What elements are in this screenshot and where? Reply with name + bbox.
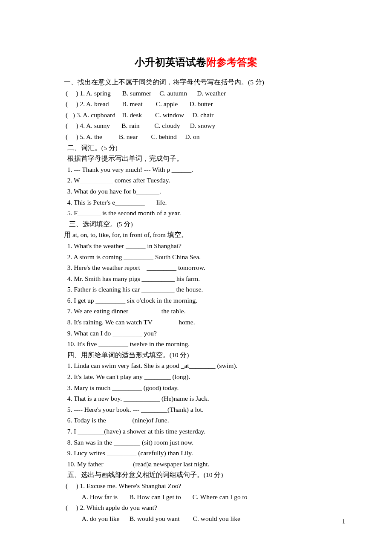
section-5-heading: 五、选出与画线部分意义相近的词组或句子。(10 分): [64, 469, 328, 480]
q5-1-options: A. How far is B. How can I get to C. Whe…: [64, 491, 328, 503]
q3-10: 10. It's five _________ twelve in the mo…: [64, 338, 328, 350]
q5-1: ( ) 1. Excuse me. Where's Shanghai Zoo?: [64, 480, 328, 491]
q3-1: 1. What's the weather ______ in Shanghai…: [64, 240, 328, 251]
q1-5: ( ) 5. A. the B. near C. behind D. on: [64, 131, 328, 142]
q3-4: 4. Mr. Smith has many pigs __________ hi…: [64, 273, 328, 284]
q4-6: 6. Today is the _______ (nine)of June.: [64, 415, 328, 426]
q2-3: 3. What do you have for b_______.: [64, 186, 328, 197]
q2-2: 2. W__________ comes after Tuesday.: [64, 175, 328, 186]
q5-2: ( ) 2. Which apple do you want?: [64, 502, 328, 513]
q4-9: 9. Lucy writes _________ (carefully) tha…: [64, 448, 328, 459]
section-2-heading: 二、词汇。(5 分): [64, 142, 328, 153]
q2-5: 5. F_______ is the second month of a yea…: [64, 208, 328, 219]
section-4-heading: 四、用所给单词的适当形式填空。(10 分): [64, 350, 328, 361]
q1-1: ( ) 1. A. spring B. summer C. autumn D. …: [64, 88, 328, 99]
section-2-instruction: 根据首字母提示写出单词，完成句子。: [64, 153, 328, 164]
q3-2: 2. A storm is coming _________ South Chi…: [64, 251, 328, 263]
section-1-heading: 一、找出在意义上不属于同类的词，将字母代号写在括号内。(5 分): [64, 77, 328, 88]
q4-8: 8. San was in the ________ (sit) room ju…: [64, 437, 328, 448]
q4-2: 2. It's late. We can't play any ________…: [64, 371, 328, 382]
q4-5: 5. ---- Here's your book. --- ________(T…: [64, 404, 328, 415]
q1-4: ( ) 4. A. sunny B. rain C. cloudy D. sno…: [64, 120, 328, 131]
q2-4: 4. This is Peter's e_________ life.: [64, 197, 328, 208]
q5-2-options: A. do you like B. would you want C. woul…: [64, 513, 328, 524]
title-answer-key: 附参考答案: [206, 57, 257, 68]
q4-10: 10. My father ________ (read)a newspaper…: [64, 459, 328, 470]
q4-7: 7. I ________(have) a shower at this tim…: [64, 426, 328, 437]
q3-8: 8. It's raining. We can watch TV _______…: [64, 317, 328, 328]
q3-5: 5. Father is cleaning his car __________…: [64, 284, 328, 295]
q4-4: 4. That is a new boy. ___________ (He)na…: [64, 393, 328, 404]
q1-3: ( ) 3. A. cupboard B. desk C. window D. …: [64, 110, 328, 121]
q3-9: 9. What can I do _________ you?: [64, 328, 328, 339]
q1-2: ( ) 2. A. bread B. meat C. apple D. butt…: [64, 98, 328, 110]
section-3-instruction: 用 at, on, to, like, for, in front of, fr…: [64, 229, 328, 240]
q3-3: 3. Here's the weather report _________ t…: [64, 262, 328, 273]
q3-6: 6. I get up _________ six o'clock in the…: [64, 295, 328, 306]
q4-3: 3. Mary is much _________ (good) today.: [64, 382, 328, 393]
q2-1: 1. --- Thank you very much! --- With p _…: [64, 164, 328, 175]
q3-7: 7. We are eating dinner _________ the ta…: [64, 306, 328, 317]
q4-1: 1. Linda can swim very fast. She is a go…: [64, 360, 328, 371]
page-number: 1: [342, 518, 345, 525]
document-title: 小升初英语试卷附参考答案: [64, 55, 328, 69]
document-page: 小升初英语试卷附参考答案 一、找出在意义上不属于同类的词，将字母代号写在括号内。…: [0, 0, 392, 555]
title-main: 小升初英语试卷: [135, 57, 206, 68]
section-3-heading: 三、选词填空。(5 分): [64, 219, 328, 230]
